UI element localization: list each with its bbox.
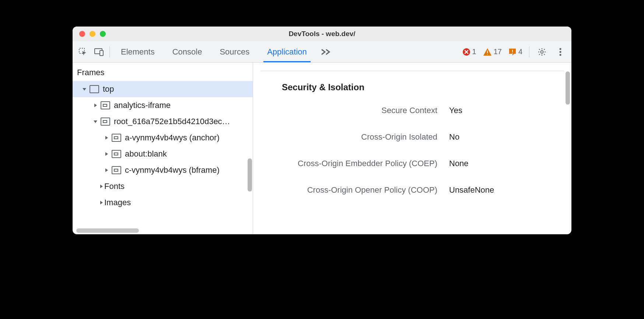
svg-point-8 xyxy=(541,50,543,53)
tree-label: Fonts xyxy=(104,182,125,191)
tree-item[interactable]: a-vynmy4vb4wys (anchor) xyxy=(73,130,253,146)
disclosure-triangle-right-icon[interactable] xyxy=(98,184,104,189)
tree-label: Images xyxy=(104,198,131,207)
tab-label: Application xyxy=(267,47,307,57)
tab-label: Console xyxy=(172,47,202,57)
svg-rect-7 xyxy=(512,53,513,53)
minimize-window-button[interactable] xyxy=(90,31,95,37)
frames-tree: top analytics-iframe root_616a752e1b5d42… xyxy=(73,81,253,211)
main-toolbar: Elements Console Sources Application 1 1… xyxy=(73,41,571,63)
security-isolation-section: Security & Isolation Secure Context Yes … xyxy=(260,71,564,234)
inspect-element-icon[interactable] xyxy=(75,44,91,60)
sidebar-section-title: Frames xyxy=(73,63,253,81)
tree-label: analytics-iframe xyxy=(114,101,171,110)
errors-count: 1 xyxy=(472,48,476,56)
detail-value: Yes xyxy=(449,106,564,115)
svg-rect-4 xyxy=(487,50,488,53)
sidebar-horizontal-scrollbar[interactable] xyxy=(76,228,139,233)
disclosure-triangle-right-icon[interactable] xyxy=(92,103,98,108)
more-options-icon[interactable] xyxy=(552,44,568,60)
disclosure-triangle-right-icon[interactable] xyxy=(104,168,109,172)
tab-application[interactable]: Application xyxy=(258,41,316,62)
tab-label: Elements xyxy=(121,47,155,57)
detail-value: No xyxy=(449,132,564,142)
tree-label: root_616a752e1b5d4210d3ec… xyxy=(114,117,230,126)
tree-label: a-vynmy4vb4wys (anchor) xyxy=(125,133,220,143)
svg-point-9 xyxy=(560,48,561,50)
device-toolbar-icon[interactable] xyxy=(91,44,107,60)
disclosure-triangle-down-icon[interactable] xyxy=(92,119,98,124)
svg-rect-6 xyxy=(512,50,513,52)
frame-details-panel: Security & Isolation Secure Context Yes … xyxy=(253,63,571,234)
warnings-count: 17 xyxy=(494,48,502,56)
main-vertical-scrollbar[interactable] xyxy=(566,71,570,105)
svg-rect-5 xyxy=(487,54,488,55)
disclosure-triangle-down-icon[interactable] xyxy=(81,87,87,91)
toolbar-divider xyxy=(109,46,110,57)
toolbar-divider xyxy=(529,46,529,57)
tree-item-top[interactable]: top xyxy=(73,81,253,97)
tree-item[interactable]: Fonts xyxy=(73,178,253,194)
tree-label: c-vynmy4vb4wys (bframe) xyxy=(125,165,220,175)
disclosure-triangle-right-icon[interactable] xyxy=(104,152,109,156)
svg-point-10 xyxy=(560,51,561,53)
iframe-icon xyxy=(101,101,110,109)
tree-item[interactable]: about:blank xyxy=(73,146,253,162)
disclosure-triangle-right-icon[interactable] xyxy=(98,200,104,205)
disclosure-triangle-right-icon[interactable] xyxy=(104,136,109,140)
tree-label: about:blank xyxy=(125,149,167,159)
settings-icon[interactable] xyxy=(534,44,550,60)
window-title: DevTools - web.dev/ xyxy=(73,30,571,38)
devtools-window: DevTools - web.dev/ Elements Console Sou… xyxy=(73,27,571,234)
iframe-icon xyxy=(101,118,110,126)
detail-key: Cross-Origin Opener Policy (COOP) xyxy=(260,185,437,195)
tab-console[interactable]: Console xyxy=(164,41,211,62)
more-tabs-button[interactable] xyxy=(316,49,336,55)
detail-key: Cross-Origin Embedder Policy (COEP) xyxy=(260,159,437,168)
tree-item[interactable]: root_616a752e1b5d4210d3ec… xyxy=(73,113,253,130)
tree-label: top xyxy=(103,84,114,94)
detail-key: Secure Context xyxy=(260,106,437,115)
zoom-window-button[interactable] xyxy=(100,31,106,37)
tree-item[interactable]: c-vynmy4vb4wys (bframe) xyxy=(73,162,253,178)
sidebar-vertical-scrollbar[interactable] xyxy=(248,158,252,192)
titlebar: DevTools - web.dev/ xyxy=(73,27,571,41)
svg-point-11 xyxy=(560,54,561,56)
iframe-icon xyxy=(112,150,121,158)
close-window-button[interactable] xyxy=(79,31,85,37)
warnings-badge[interactable]: 17 xyxy=(481,48,504,56)
issues-count: 4 xyxy=(518,48,522,56)
tree-item[interactable]: Images xyxy=(73,194,253,211)
section-heading: Security & Isolation xyxy=(282,82,564,92)
detail-key: Cross-Origin Isolated xyxy=(260,132,437,142)
issues-badge[interactable]: 4 xyxy=(506,48,525,56)
detail-value: UnsafeNone xyxy=(449,185,564,195)
detail-value: None xyxy=(449,159,564,168)
panel-body: Frames top analytics-iframe xyxy=(73,63,571,234)
svg-rect-2 xyxy=(100,50,103,56)
window-controls xyxy=(73,31,106,37)
details-grid: Secure Context Yes Cross-Origin Isolated… xyxy=(260,106,564,195)
errors-badge[interactable]: 1 xyxy=(460,48,479,56)
tab-sources[interactable]: Sources xyxy=(211,41,258,62)
toolbar-status: 1 17 4 xyxy=(460,44,570,60)
frame-icon xyxy=(90,85,99,93)
iframe-icon xyxy=(112,134,121,142)
iframe-icon xyxy=(112,166,121,174)
tab-label: Sources xyxy=(220,47,249,57)
panel-tabs: Elements Console Sources Application xyxy=(112,41,316,62)
frames-sidebar: Frames top analytics-iframe xyxy=(73,63,253,234)
tab-elements[interactable]: Elements xyxy=(112,41,164,62)
tree-item[interactable]: analytics-iframe xyxy=(73,97,253,113)
